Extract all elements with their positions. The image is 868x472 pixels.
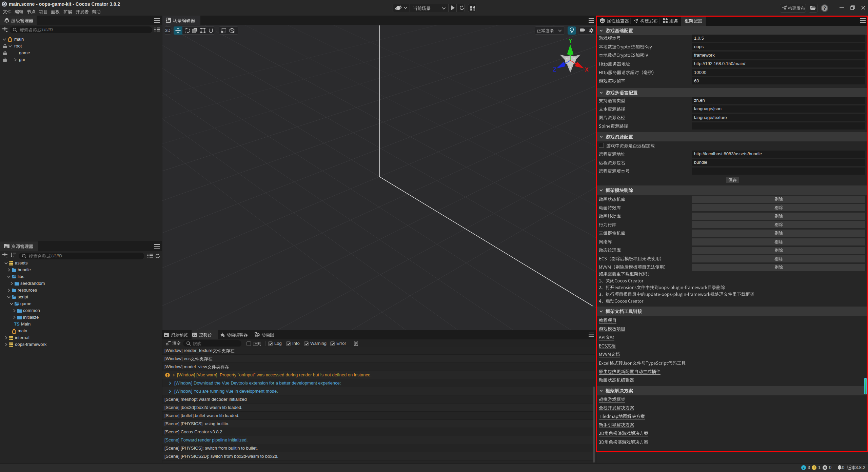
svg-text:Y: Y: [569, 38, 572, 44]
svg-text:Z: Z: [553, 67, 556, 73]
svg-text:?: ?: [823, 5, 826, 11]
svg-text:X: X: [585, 67, 589, 73]
